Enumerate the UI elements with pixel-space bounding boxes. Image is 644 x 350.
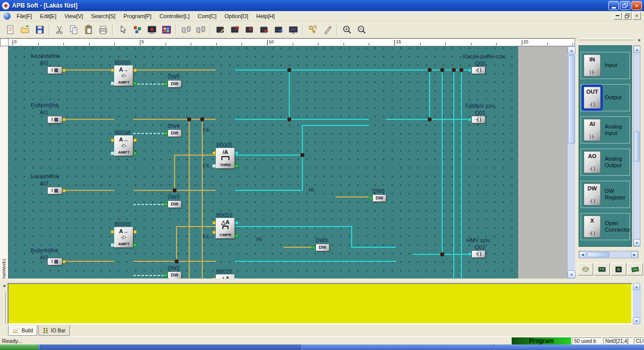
toolbar-button-block-import[interactable] <box>242 23 257 37</box>
scrollbar-thumb[interactable] <box>634 131 639 162</box>
palette-category-board-button[interactable] <box>627 263 643 275</box>
menu-controller[interactable]: Controller[L] <box>155 12 194 21</box>
dw-register-block[interactable]: DW2DW <box>168 271 182 278</box>
canvas-vertical-scrollbar[interactable]: ▲ ▼ <box>567 46 575 278</box>
menu-view[interactable]: View[V] <box>60 12 87 21</box>
scrollbar-thumb[interactable] <box>568 55 575 144</box>
restore-button[interactable] <box>620 1 630 10</box>
diagram-canvas[interactable]: Kazánhőfok AI0 I ▥ Pufferhőfok AI1 I ▥ L… <box>9 46 567 278</box>
function-block-thrd[interactable]: B0005/ATHRD <box>216 148 235 169</box>
palette-item-dw-register[interactable]: DW-( )DW Register <box>581 181 630 208</box>
palette-item-output[interactable]: OUT-( )Output <box>581 84 630 111</box>
palette-category-memory-button[interactable] <box>611 263 626 275</box>
toolbar-button-block-transfer[interactable] <box>271 23 286 37</box>
palette-item-analog-output[interactable]: AO-( )Analog Output <box>581 149 630 176</box>
toolbar-button-function-blocks[interactable] <box>130 23 144 37</box>
block-glyph: △A <box>216 219 234 225</box>
function-block-ampt[interactable]: B0009A→-▷AMPT <box>114 227 133 248</box>
output-coil-block[interactable]: -( ) <box>471 66 486 74</box>
toolbar-button-save[interactable] <box>32 23 47 37</box>
toolbar-button-zoom-out[interactable] <box>354 23 369 37</box>
scroll-right-button[interactable]: ▶ <box>631 251 638 258</box>
output-panel-close-icon[interactable]: × <box>2 283 8 289</box>
function-block-ampt[interactable]: B0000A→-▷AMPT <box>114 65 133 86</box>
menu-file[interactable]: File[F] <box>13 12 36 21</box>
toolbar-button-pointer[interactable] <box>115 23 130 37</box>
palette-item-input[interactable]: IN| |-Input <box>581 52 630 79</box>
palette-symbol: | |- <box>584 134 600 139</box>
toolbar-button-block-monitor[interactable] <box>286 23 300 37</box>
toolbar-button-zoom-in[interactable] <box>340 23 354 37</box>
network-tab-strip[interactable]: NetWork1 <box>0 46 9 278</box>
analog-input-block[interactable]: I ▥ <box>47 66 62 74</box>
toolbar-button-block-write[interactable] <box>213 23 227 37</box>
toolbar-button-disconnect[interactable] <box>193 23 208 37</box>
minimize-button[interactable] <box>608 1 619 10</box>
palette-drag-handle[interactable] <box>579 38 634 40</box>
palette-item-analog-input[interactable]: AI| |-Analog Input <box>581 116 630 144</box>
palette-vertical-scrollbar[interactable]: ▲ ▼ <box>633 45 640 247</box>
scroll-down-button[interactable]: ▼ <box>568 270 576 278</box>
menu-edit[interactable]: Edit[E] <box>36 12 60 21</box>
dw-register-block[interactable]: DW8DW <box>372 194 386 202</box>
toolbar-button-cut[interactable] <box>52 23 66 37</box>
tab-io-bar[interactable]: IO Bar <box>38 325 70 336</box>
toolbar-button-paste[interactable] <box>81 23 96 37</box>
toolbar-button-print[interactable] <box>96 23 110 37</box>
output-coil-block[interactable]: -( ) <box>471 250 486 258</box>
dw-register-block[interactable]: DW3DW <box>168 200 182 208</box>
scroll-up-button[interactable]: ▲ <box>633 283 640 290</box>
register-name: DW3 <box>168 194 180 200</box>
toolbar-button-block-export[interactable] <box>227 23 242 37</box>
scroll-down-button[interactable]: ▼ <box>633 239 640 246</box>
tab-build[interactable]: Build <box>8 325 37 336</box>
toolbar-button-probe[interactable] <box>320 23 335 37</box>
scroll-down-button[interactable]: ▼ <box>633 317 640 324</box>
output-panel-drag-handle[interactable] <box>4 292 6 323</box>
dw-register-block[interactable]: DW4DW <box>168 129 182 137</box>
menu-search[interactable]: Search[S] <box>87 12 119 21</box>
menu-program[interactable]: Program[P] <box>119 12 155 21</box>
function-block-ampt[interactable]: B0038A→-▷AMPT <box>114 135 133 156</box>
toolbar-button-hmi-monitor[interactable] <box>159 23 174 37</box>
toolbar-button-password[interactable] <box>305 23 320 37</box>
menu-help[interactable]: Help[H] <box>252 12 279 21</box>
scroll-left-button[interactable]: ◀ <box>579 251 586 258</box>
menu-com[interactable]: Com[C] <box>194 12 220 21</box>
palette-horizontal-scrollbar[interactable]: ◀ ▶ <box>579 251 638 258</box>
close-button[interactable]: × <box>631 1 642 10</box>
analog-input-block[interactable]: I ▥ <box>47 116 62 123</box>
output-coil-block[interactable]: -( ) <box>471 116 486 123</box>
toolbar-button-open[interactable] <box>18 23 32 37</box>
toolbar-button-copy[interactable] <box>66 23 81 37</box>
function-block-cmpr[interactable]: B0016△ACMPR <box>216 218 235 239</box>
child-window-icon[interactable] <box>4 13 11 20</box>
output-scrollbar[interactable]: ▲ ▼ <box>633 283 641 324</box>
toolbar-button-connect[interactable] <box>179 23 193 37</box>
child-close-button[interactable]: × <box>632 12 641 20</box>
taskbar-divider <box>493 344 494 350</box>
output-tabs: Build IO Bar <box>8 325 70 336</box>
analog-input-block[interactable]: I ▥ <box>47 258 62 265</box>
output-pin <box>62 118 66 121</box>
dw-register-block[interactable]: DW5DW <box>168 80 182 88</box>
palette-category-io-button[interactable] <box>578 263 593 275</box>
scroll-up-button[interactable]: ▲ <box>633 46 640 53</box>
toolbar-button-block-remove[interactable] <box>257 23 271 37</box>
dw-register-block[interactable]: DW9DW <box>315 244 330 251</box>
scrollbar-thumb[interactable] <box>587 252 609 257</box>
toolbar-button-new[interactable] <box>3 23 18 37</box>
analog-input-block[interactable]: I ▥ <box>47 187 62 194</box>
palette-category-controller-button[interactable] <box>594 263 610 275</box>
taskbar-button[interactable] <box>40 344 302 350</box>
child-restore-button[interactable] <box>623 12 631 20</box>
toolbar-button-simulation[interactable] <box>144 23 159 37</box>
palette-close-icon[interactable]: × <box>636 37 642 43</box>
menu-option[interactable]: Option[O] <box>220 12 252 21</box>
toolbar <box>0 21 644 38</box>
start-button[interactable] <box>0 344 39 350</box>
scroll-up-button[interactable]: ▲ <box>568 46 576 54</box>
child-minimize-button[interactable] <box>613 12 622 20</box>
function-block-cmpr[interactable]: B0012△ACMPR <box>216 274 235 278</box>
palette-item-open-connector[interactable]: X-( )Open Connector <box>581 213 630 240</box>
